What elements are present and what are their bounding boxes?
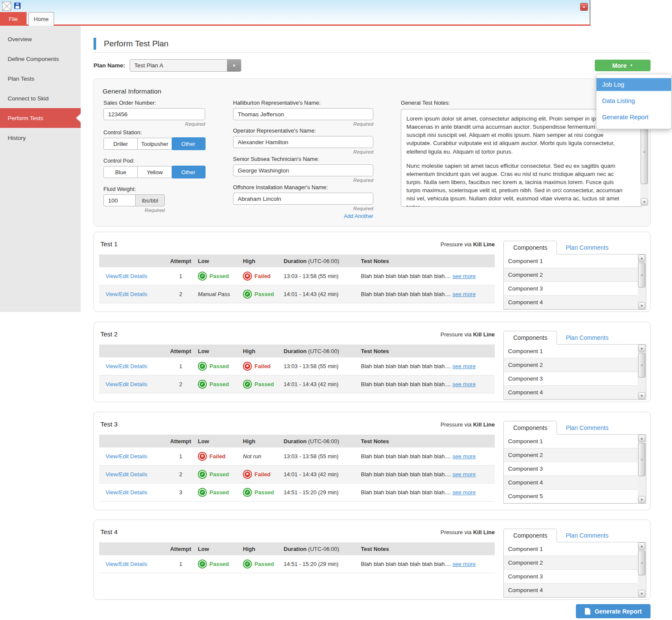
component-list-item[interactable]: Component 2 <box>504 358 638 372</box>
scroll-up-icon[interactable]: ▲ <box>638 345 645 352</box>
view-edit-details-link[interactable]: View/Edit Details <box>106 489 147 496</box>
control-pod-blue[interactable]: Blue <box>103 166 138 178</box>
component-list-item[interactable]: Component 4 <box>504 584 638 597</box>
fluid-weight-input[interactable]: 100 <box>103 194 136 206</box>
control-station-other[interactable]: Other <box>172 137 206 150</box>
tab-plan-comments[interactable]: Plan Comments <box>557 529 617 542</box>
scroll-down-icon[interactable]: ▼ <box>641 198 648 206</box>
scroll-thumb[interactable] <box>638 353 645 378</box>
tab-components[interactable]: Components <box>503 241 557 254</box>
see-more-link[interactable]: see more <box>452 489 475 496</box>
operator-rep-input[interactable]: Alexander Hamilton <box>233 136 373 148</box>
see-more-link[interactable]: see more <box>452 291 475 297</box>
component-list-item[interactable]: Component 1 <box>504 345 638 358</box>
sidebar-item-plan-tests[interactable]: Plan Tests <box>0 69 81 88</box>
scroll-down-icon[interactable]: ▼ <box>638 302 645 309</box>
scroll-down-icon[interactable]: ▼ <box>638 496 645 503</box>
view-edit-details-link[interactable]: View/Edit Details <box>106 453 147 460</box>
tab-plan-comments[interactable]: Plan Comments <box>557 421 617 434</box>
offshore-manager-input[interactable]: Abraham Lincoln <box>233 193 373 205</box>
sidebar-item-overview[interactable]: Overview <box>0 29 81 49</box>
tab-file[interactable]: File <box>0 12 27 26</box>
view-edit-details-link[interactable]: View/Edit Details <box>106 291 147 297</box>
tab-plan-comments[interactable]: Plan Comments <box>557 241 617 254</box>
component-list-item[interactable]: Component 4 <box>504 476 638 490</box>
component-list-item[interactable]: Component 1 <box>504 435 638 448</box>
see-more-link[interactable]: see more <box>452 471 475 478</box>
view-edit-details-link[interactable]: View/Edit Details <box>106 363 147 369</box>
pressure-via: Pressure via Kill Line <box>99 421 495 428</box>
see-more-link[interactable]: see more <box>452 363 475 369</box>
component-list-item[interactable]: Component 3 <box>504 372 638 386</box>
scroll-up-icon[interactable]: ▲ <box>638 254 645 262</box>
view-edit-details-link[interactable]: View/Edit Details <box>106 273 147 279</box>
control-pod-yellow[interactable]: Yellow <box>138 166 172 178</box>
menu-item-job-log[interactable]: Job Log <box>596 78 671 91</box>
component-list-item[interactable]: Component 4 <box>504 386 638 399</box>
table-row: View/Edit Details 3 Passed Passed 14:51 … <box>99 484 495 502</box>
menu-item-generate-report[interactable]: Generate Report <box>596 111 671 124</box>
see-more-link[interactable]: see more <box>452 381 475 387</box>
tab-components[interactable]: Components <box>503 331 557 345</box>
plan-name-select[interactable]: Test Plan A ▼ <box>130 59 241 72</box>
sidebar-item-history[interactable]: History <box>0 128 81 148</box>
sidebar-item-define-components[interactable]: Define Components <box>0 49 81 69</box>
component-list-item[interactable]: Component 4 <box>504 296 638 309</box>
component-list-item[interactable]: Component 3 <box>504 570 638 584</box>
generate-report-button[interactable]: Generate Report <box>576 604 651 618</box>
sidebar-item-connect-to-skid[interactable]: Connect to Skid <box>0 88 81 108</box>
tab-components[interactable]: Components <box>503 421 557 435</box>
component-list-item[interactable]: Component 2 <box>504 448 638 462</box>
close-icon[interactable]: ✕ <box>580 3 588 11</box>
component-list-item[interactable]: Component 1 <box>504 254 638 268</box>
halliburton-rep-label: Halliburton Representative's Name: <box>233 100 373 106</box>
sales-order-input[interactable]: 123456 <box>103 108 205 120</box>
add-another-link[interactable]: Add Another <box>233 213 373 219</box>
attempt-number: 1 <box>163 561 198 567</box>
tab-home[interactable]: Home <box>28 12 54 26</box>
scroll-down-icon[interactable]: ▼ <box>638 590 645 597</box>
see-more-link[interactable]: see more <box>452 453 475 460</box>
pressure-value: Kill Line <box>473 421 495 428</box>
status-label: Failed <box>254 363 271 369</box>
scroll-thumb[interactable] <box>638 263 645 287</box>
scroll-down-icon[interactable]: ▼ <box>638 392 645 399</box>
component-list-item[interactable]: Component 3 <box>504 282 638 296</box>
required-hint: Required <box>233 149 373 154</box>
component-list-item[interactable]: Component 1 <box>504 542 638 556</box>
status-label: Passed <box>209 273 229 279</box>
sidebar-item-perform-tests[interactable]: Perform Tests <box>0 108 81 128</box>
more-button[interactable]: More ▼ <box>595 60 651 71</box>
component-list-item[interactable]: Component 3 <box>504 462 638 476</box>
header-attempt: Attempt <box>163 438 198 445</box>
scroll-thumb[interactable] <box>638 443 645 476</box>
tab-plan-comments[interactable]: Plan Comments <box>557 331 617 344</box>
scroll-up-icon[interactable]: ▲ <box>638 542 645 550</box>
scrollbar[interactable]: ▲ ▼ <box>638 542 646 597</box>
view-edit-details-link[interactable]: View/Edit Details <box>106 561 147 567</box>
halliburton-rep-input[interactable]: Thomas Jefferson <box>233 108 373 120</box>
view-edit-details-link[interactable]: View/Edit Details <box>106 381 147 387</box>
save-icon[interactable] <box>14 3 21 9</box>
component-list-item[interactable]: Component 5 <box>504 490 638 503</box>
component-list-item[interactable]: Component 2 <box>504 556 638 570</box>
scrollbar[interactable]: ▲ ▼ <box>638 435 646 503</box>
scroll-thumb[interactable] <box>638 550 645 575</box>
duration-value: 13:03 - 13:58 (55 min) <box>284 453 361 460</box>
control-station-toolpusher[interactable]: Toolpusher <box>138 138 172 150</box>
scroll-thumb[interactable] <box>641 120 648 184</box>
menu-item-data-listing[interactable]: Data Listing <box>596 94 671 107</box>
control-pod-other[interactable]: Other <box>172 166 206 178</box>
scroll-up-icon[interactable]: ▲ <box>638 435 645 442</box>
see-more-link[interactable]: see more <box>452 273 475 279</box>
scrollbar[interactable]: ▲ ▼ <box>638 254 646 309</box>
table-row: View/Edit Details 2 Manual Pass Passed 1… <box>99 285 495 303</box>
component-list-item[interactable]: Component 2 <box>504 268 638 282</box>
scrollbar[interactable]: ▲ ▼ <box>638 345 646 399</box>
tab-components[interactable]: Components <box>503 529 557 542</box>
view-edit-details-link[interactable]: View/Edit Details <box>106 471 147 478</box>
control-station-driller[interactable]: Driller <box>103 138 138 150</box>
see-more-link[interactable]: see more <box>452 561 475 567</box>
status-icon <box>243 470 252 479</box>
senior-subsea-tech-input[interactable]: George Washington <box>233 164 373 176</box>
